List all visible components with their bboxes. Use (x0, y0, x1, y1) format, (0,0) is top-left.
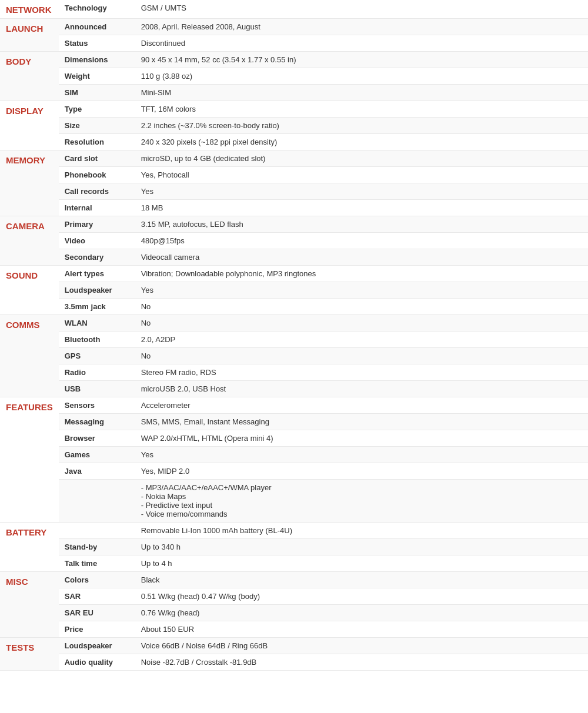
field-label: Video (59, 233, 135, 249)
field-value: Yes (135, 282, 588, 299)
table-row: Call recordsYes (0, 183, 588, 200)
field-value: Yes, MIDP 2.0 (135, 463, 588, 480)
field-label: Price (59, 621, 135, 638)
field-value: Stereo FM radio, RDS (135, 364, 588, 381)
field-value: Up to 340 h (135, 539, 588, 555)
field-label: Java (59, 463, 135, 480)
field-label: Loudspeaker (59, 282, 135, 299)
table-row: Talk timeUp to 4 h (0, 555, 588, 572)
field-value: TFT, 16M colors (135, 101, 588, 118)
field-value: Vibration; Downloadable polyphonic, MP3 … (135, 266, 588, 282)
field-label: SAR EU (59, 605, 135, 621)
field-label: Messaging (59, 414, 135, 430)
field-value: 110 g (3.88 oz) (135, 68, 588, 85)
field-label: Primary (59, 216, 135, 233)
field-label: WLAN (59, 315, 135, 332)
table-row: PriceAbout 150 EUR (0, 621, 588, 638)
table-row: 3.5mm jackNo (0, 299, 588, 315)
table-row: Internal18 MB (0, 200, 588, 216)
field-label: Talk time (59, 555, 135, 572)
field-value: Discontinued (135, 35, 588, 52)
table-row: BrowserWAP 2.0/xHTML, HTML (Opera mini 4… (0, 430, 588, 447)
field-value: Yes (135, 447, 588, 463)
table-row: Stand-byUp to 340 h (0, 539, 588, 555)
field-label: SAR (59, 588, 135, 605)
field-value: Noise -82.7dB / Crosstalk -81.9dB (135, 654, 588, 671)
field-value: Black (135, 572, 588, 588)
field-label: Call records (59, 183, 135, 200)
field-value: Yes, Photocall (135, 167, 588, 183)
table-row: MISCColorsBlack (0, 572, 588, 588)
section-label: LAUNCH (0, 19, 59, 52)
field-value: 0.51 W/kg (head) 0.47 W/kg (body) (135, 588, 588, 605)
section-label: MEMORY (0, 150, 59, 216)
field-label: 3.5mm jack (59, 299, 135, 315)
table-row: RadioStereo FM radio, RDS (0, 364, 588, 381)
field-value: No (135, 348, 588, 364)
field-value: WAP 2.0/xHTML, HTML (Opera mini 4) (135, 430, 588, 447)
field-value: Mini-SIM (135, 85, 588, 101)
field-label: Card slot (59, 150, 135, 167)
field-label: Type (59, 101, 135, 118)
table-row: LAUNCHAnnounced2008, April. Released 200… (0, 19, 588, 35)
section-label: NETWORK (0, 0, 59, 19)
field-value: No (135, 315, 588, 332)
field-label: Weight (59, 68, 135, 85)
field-label: Dimensions (59, 52, 135, 68)
table-row: Audio qualityNoise -82.7dB / Crosstalk -… (0, 654, 588, 671)
field-label: Loudspeaker (59, 638, 135, 654)
table-row: GamesYes (0, 447, 588, 463)
field-label: Technology (59, 0, 135, 19)
table-row: BODYDimensions90 x 45 x 14 mm, 52 cc (3.… (0, 52, 588, 68)
field-label: Size (59, 118, 135, 134)
table-row: Weight110 g (3.88 oz) (0, 68, 588, 85)
table-row: MessagingSMS, MMS, Email, Instant Messag… (0, 414, 588, 430)
section-label: FEATURES (0, 397, 59, 523)
table-row: GPSNo (0, 348, 588, 364)
section-label: CAMERA (0, 216, 59, 266)
table-row: BATTERYRemovable Li-Ion 1000 mAh battery… (0, 523, 588, 539)
section-label: COMMS (0, 315, 59, 397)
field-value: Up to 4 h (135, 555, 588, 572)
field-value: Accelerometer (135, 397, 588, 414)
table-row: SecondaryVideocall camera (0, 249, 588, 266)
field-label: Announced (59, 19, 135, 35)
section-label: BODY (0, 52, 59, 101)
field-label: Internal (59, 200, 135, 216)
field-value: 480p@15fps (135, 233, 588, 249)
field-value: SMS, MMS, Email, Instant Messaging (135, 414, 588, 430)
field-label: Games (59, 447, 135, 463)
field-label: SIM (59, 85, 135, 101)
section-label: DISPLAY (0, 101, 59, 150)
field-label: Radio (59, 364, 135, 381)
table-row: Resolution240 x 320 pixels (~182 ppi pix… (0, 134, 588, 150)
table-row: LoudspeakerYes (0, 282, 588, 299)
table-row: CAMERAPrimary3.15 MP, autofocus, LED fla… (0, 216, 588, 233)
table-row: SAR EU0.76 W/kg (head) (0, 605, 588, 621)
table-row: TESTSLoudspeakerVoice 66dB / Noise 64dB … (0, 638, 588, 654)
table-row: MEMORYCard slotmicroSD, up to 4 GB (dedi… (0, 150, 588, 167)
table-row: Bluetooth2.0, A2DP (0, 332, 588, 348)
field-label: Status (59, 35, 135, 52)
table-row: USBmicroUSB 2.0, USB Host (0, 381, 588, 397)
field-value: microUSB 2.0, USB Host (135, 381, 588, 397)
field-label: Alert types (59, 266, 135, 282)
field-label: Sensors (59, 397, 135, 414)
table-row: SAR0.51 W/kg (head) 0.47 W/kg (body) (0, 588, 588, 605)
field-value: Videocall camera (135, 249, 588, 266)
field-value: Voice 66dB / Noise 64dB / Ring 66dB (135, 638, 588, 654)
table-row: FEATURESSensorsAccelerometer (0, 397, 588, 414)
field-label: GPS (59, 348, 135, 364)
table-row: Size2.2 inches (~37.0% screen-to-body ra… (0, 118, 588, 134)
table-row: PhonebookYes, Photocall (0, 167, 588, 183)
field-label: Secondary (59, 249, 135, 266)
field-value: No (135, 299, 588, 315)
field-label: Stand-by (59, 539, 135, 555)
field-value: 2.0, A2DP (135, 332, 588, 348)
table-row: StatusDiscontinued (0, 35, 588, 52)
field-label: Phonebook (59, 167, 135, 183)
table-row: SIMMini-SIM (0, 85, 588, 101)
table-row: Video480p@15fps (0, 233, 588, 249)
field-label (59, 523, 135, 539)
section-label: BATTERY (0, 523, 59, 572)
